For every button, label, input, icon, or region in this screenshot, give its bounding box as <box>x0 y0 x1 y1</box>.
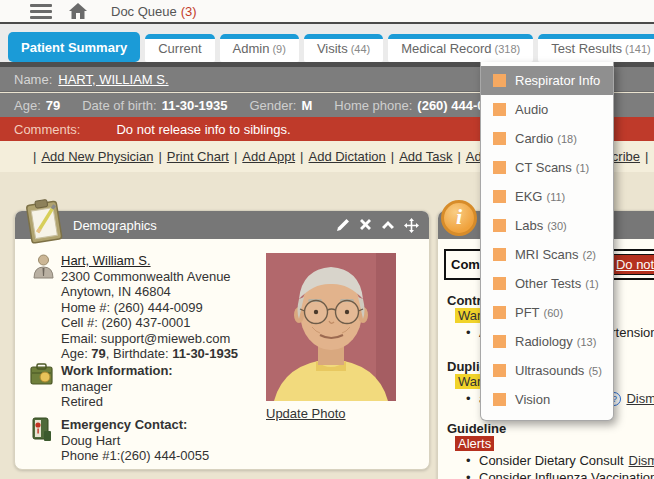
category-square-icon <box>493 219 506 232</box>
work-occupation: manager <box>61 379 173 395</box>
tab-current[interactable]: Current <box>145 34 214 62</box>
menu-label: MRI Scans <box>515 247 579 262</box>
print-chart-link[interactable]: Print Chart <box>167 149 229 164</box>
work-status: Retired <box>61 394 173 410</box>
menu-count: (5) <box>588 365 601 377</box>
category-square-icon <box>493 335 506 348</box>
add-appt-link[interactable]: Add Appt <box>242 149 295 164</box>
alerts-badge: Alerts <box>455 436 494 451</box>
app-window: Doc Queue (3) Patient Summary Current Ad… <box>0 0 654 479</box>
tab-label: Medical Record <box>401 41 491 56</box>
menu-item-respirator-info[interactable]: Respirator Info <box>481 66 613 95</box>
doc-queue-link[interactable]: Doc Queue <box>111 4 177 19</box>
edit-icon[interactable] <box>336 218 350 232</box>
age-group: Age:79 <box>14 98 60 113</box>
menu-label: Respirator Info <box>515 73 600 88</box>
hamburger-menu-icon[interactable] <box>30 4 52 19</box>
tab-admin[interactable]: Admin (9) <box>220 34 299 62</box>
cell-phone: Cell #: (260) 437-0001 <box>61 315 238 331</box>
age-birthdate: Age: 79, Birthdate: 11-30-1935 <box>61 346 238 362</box>
menu-item-other-tests[interactable]: Other Tests(1) <box>481 269 613 298</box>
home-icon[interactable] <box>69 3 87 19</box>
menu-item-mri-scans[interactable]: MRI Scans(2) <box>481 240 613 269</box>
menu-count: (30) <box>547 220 567 232</box>
tab-label: Test Results <box>551 41 622 56</box>
alert-text: Consider Dietary Consult <box>479 453 624 468</box>
update-photo-link[interactable]: Update Photo <box>266 406 346 421</box>
menu-label: Audio <box>515 102 548 117</box>
menu-label: PFT <box>515 305 540 320</box>
dismiss-link[interactable]: Dismiss <box>626 391 654 406</box>
menu-label: Radiology <box>515 334 573 349</box>
test-results-dropdown: Respirator Info Audio Cardio(18) CT Scan… <box>480 62 614 421</box>
age-label: Age: <box>61 346 91 361</box>
category-square-icon <box>493 364 506 377</box>
gender-group: Gender:M <box>249 98 312 113</box>
email: Email: support@mieweb.com <box>61 331 238 347</box>
tab-count: (9) <box>272 43 285 55</box>
patient-name-link[interactable]: HART, WILLIAM S. <box>58 72 168 87</box>
menu-count: (2) <box>583 249 596 261</box>
emergency-title: Emergency Contact: <box>61 417 209 433</box>
tab-visits[interactable]: Visits (44) <box>304 34 383 62</box>
address-line-2: Anytown, IN 46804 <box>61 284 238 300</box>
separator: | <box>391 149 394 164</box>
menu-item-ct-scans[interactable]: CT Scans(1) <box>481 153 613 182</box>
category-square-icon <box>493 161 506 174</box>
menu-item-cardio[interactable]: Cardio(18) <box>481 124 613 153</box>
tab-patient-summary[interactable]: Patient Summary <box>8 32 140 62</box>
tab-count: (318) <box>495 43 521 55</box>
patient-name-link-demo[interactable]: Hart, William S. <box>61 253 151 268</box>
emergency-name: Doug Hart <box>61 433 209 449</box>
move-icon[interactable] <box>404 218 419 233</box>
menu-count: (60) <box>544 307 564 319</box>
menu-item-vision[interactable]: Vision <box>481 385 613 414</box>
alert-text: Consider Influenza Vaccination <box>479 470 654 479</box>
top-bar: Doc Queue (3) <box>0 0 654 24</box>
demographics-body: Hart, William S. 2300 Commonwealth Avenu… <box>15 239 429 469</box>
demographics-header: Demographics <box>15 211 429 239</box>
alert-item: Consider Influenza VaccinationDismiss <box>479 470 654 479</box>
info-icon <box>441 200 477 236</box>
dismiss-link[interactable]: Dismiss <box>629 453 654 468</box>
menu-label: Other Tests <box>515 276 581 291</box>
menu-label: Ultrasounds <box>515 363 584 378</box>
emergency-phone: Phone #1:(260) 444-0055 <box>61 448 209 464</box>
tab-medical-record[interactable]: Medical Record (318) <box>388 34 533 62</box>
work-title: Work Information: <box>61 363 173 379</box>
dob-label: Date of birth: <box>82 98 156 113</box>
birthdate-label: , Birthdate: <box>106 346 172 361</box>
tab-label: Admin <box>233 41 270 56</box>
menu-item-pft[interactable]: PFT(60) <box>481 298 613 327</box>
clipboard-icon <box>21 197 69 249</box>
menu-label: Cardio <box>515 131 553 146</box>
patient-contact-block: Hart, William S. 2300 Commonwealth Avenu… <box>61 253 238 362</box>
category-square-icon <box>493 74 506 87</box>
menu-item-audio[interactable]: Audio <box>481 95 613 124</box>
collapse-icon[interactable] <box>381 218 395 231</box>
separator: | <box>158 149 161 164</box>
separator: | <box>645 149 648 164</box>
add-new-physician-link[interactable]: Add New Physician <box>41 149 153 164</box>
separator: | <box>234 149 237 164</box>
menu-item-ultrasounds[interactable]: Ultrasounds(5) <box>481 356 613 385</box>
tab-test-results[interactable]: Test Results (141) <box>538 34 654 62</box>
emergency-icon <box>32 417 52 445</box>
menu-count: (13) <box>577 336 597 348</box>
tab-label: Patient Summary <box>21 40 127 55</box>
close-icon[interactable] <box>359 218 372 231</box>
category-square-icon <box>493 103 506 116</box>
add-task-link[interactable]: Add Task <box>399 149 452 164</box>
dob-value: 11-30-1935 <box>162 98 228 113</box>
home-phone-label: Home phone: <box>334 98 412 113</box>
category-square-icon <box>493 306 506 319</box>
comments-alert-link[interactable]: Do not release info to siblings. <box>610 254 654 275</box>
menu-item-ekg[interactable]: EKG(11) <box>481 182 613 211</box>
menu-item-labs[interactable]: Labs(30) <box>481 211 613 240</box>
age-label: Age: <box>14 98 41 113</box>
menu-item-radiology[interactable]: Radiology(13) <box>481 327 613 356</box>
category-square-icon <box>493 132 506 145</box>
separator: | <box>457 149 460 164</box>
add-dictation-link[interactable]: Add Dictation <box>308 149 385 164</box>
work-info-block: Work Information: manager Retired <box>61 363 173 410</box>
